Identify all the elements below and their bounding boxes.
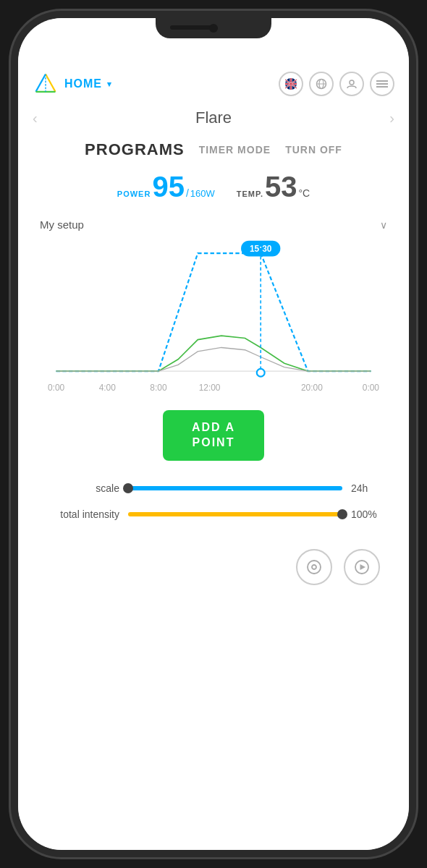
- power-section: POWER 95 / 160W: [117, 172, 215, 201]
- screen: HOME ▾: [18, 18, 409, 850]
- next-page-arrow[interactable]: ›: [389, 110, 394, 127]
- home-text: HOME: [64, 77, 102, 90]
- nav-bar: HOME ▾: [18, 65, 409, 103]
- tab-programs[interactable]: PROGRAMS: [85, 140, 185, 159]
- phone-notch: [156, 18, 271, 38]
- phone-camera: [209, 24, 218, 33]
- chart-svg: 0:00 4:00 8:00 12:00 20:00 0:00: [33, 237, 394, 396]
- svg-line-0: [36, 75, 46, 92]
- power-separator: /: [186, 187, 189, 199]
- chart-container[interactable]: 0:00 4:00 8:00 12:00 20:00 0:00: [33, 237, 394, 396]
- add-point-line2: POINT: [193, 436, 235, 448]
- uk-flag-icon: [284, 77, 297, 90]
- user-icon: [346, 78, 358, 90]
- temp-section: TEMP. 53 °C: [237, 172, 310, 201]
- logo-icon: [33, 71, 59, 97]
- setup-label: My setup: [40, 218, 84, 231]
- scale-slider-row: scale 24h: [47, 482, 380, 494]
- slider-section: scale 24h total intensity 100%: [18, 475, 409, 542]
- hamburger-icon: [376, 80, 388, 88]
- phone-shell: HOME ▾: [18, 18, 409, 850]
- setup-row[interactable]: My setup ∨: [18, 207, 409, 237]
- stop-button[interactable]: [296, 549, 332, 585]
- tab-bar: PROGRAMS TIMER MODE TURN OFF: [18, 133, 409, 166]
- scale-slider-thumb[interactable]: [123, 483, 133, 493]
- svg-text:0:00: 0:00: [48, 383, 65, 393]
- scale-value: 24h: [351, 482, 380, 494]
- power-max: 160W: [190, 188, 215, 199]
- scale-label: scale: [47, 482, 119, 494]
- svg-line-1: [46, 75, 56, 92]
- temp-label: TEMP.: [237, 190, 263, 198]
- intensity-slider-thumb[interactable]: [337, 509, 347, 519]
- bottom-controls: [18, 542, 409, 592]
- temp-value: 53: [265, 172, 297, 201]
- prev-page-arrow[interactable]: ‹: [33, 110, 38, 127]
- svg-text:20:00: 20:00: [301, 383, 323, 393]
- scale-slider-track[interactable]: [128, 486, 342, 490]
- intensity-slider-row: total intensity 100%: [47, 509, 380, 520]
- intensity-label: total intensity: [47, 509, 119, 520]
- svg-marker-27: [360, 564, 366, 570]
- svg-text:4:00: 4:00: [99, 383, 117, 393]
- temp-unit: °C: [298, 187, 310, 199]
- add-point-button[interactable]: ADD A POINT: [163, 410, 264, 461]
- power-label: POWER: [117, 190, 151, 198]
- tab-timer-mode[interactable]: TIMER MODE: [199, 144, 271, 156]
- nav-home-label[interactable]: HOME ▾: [64, 77, 112, 90]
- svg-point-22: [257, 369, 265, 377]
- stop-icon: [306, 559, 322, 575]
- svg-point-8: [350, 80, 354, 85]
- menu-icon-button[interactable]: [370, 72, 394, 96]
- intensity-value: 100%: [351, 509, 380, 520]
- svg-text:12:00: 12:00: [199, 383, 221, 393]
- globe-icon-button[interactable]: [309, 72, 334, 96]
- nav-logo: HOME ▾: [33, 71, 112, 97]
- tab-turn-off[interactable]: TURN OFF: [285, 144, 342, 156]
- globe-icon: [316, 78, 327, 90]
- svg-point-23: [258, 250, 264, 257]
- play-icon: [354, 559, 370, 575]
- status-bar: [18, 43, 409, 65]
- page-title-row: ‹ Flare ›: [18, 103, 409, 133]
- phone-wrapper: HOME ▾: [0, 0, 427, 868]
- language-icon-button[interactable]: [279, 72, 303, 96]
- play-button[interactable]: [344, 549, 380, 585]
- svg-point-25: [312, 565, 316, 569]
- svg-text:0:00: 0:00: [363, 383, 380, 393]
- svg-text:8:00: 8:00: [150, 383, 167, 393]
- power-temp-row: POWER 95 / 160W TEMP. 53 °C: [18, 166, 409, 207]
- setup-chevron-icon: ∨: [380, 219, 387, 231]
- power-value: 95: [152, 172, 185, 201]
- intensity-slider-track[interactable]: [128, 512, 342, 516]
- svg-point-24: [308, 561, 321, 574]
- nav-icons: [279, 72, 394, 96]
- add-point-line1: ADD A: [192, 421, 235, 433]
- home-chevron-icon: ▾: [107, 80, 112, 89]
- user-icon-button[interactable]: [339, 72, 364, 96]
- speaker: [170, 25, 214, 30]
- page-title: Flare: [195, 109, 232, 127]
